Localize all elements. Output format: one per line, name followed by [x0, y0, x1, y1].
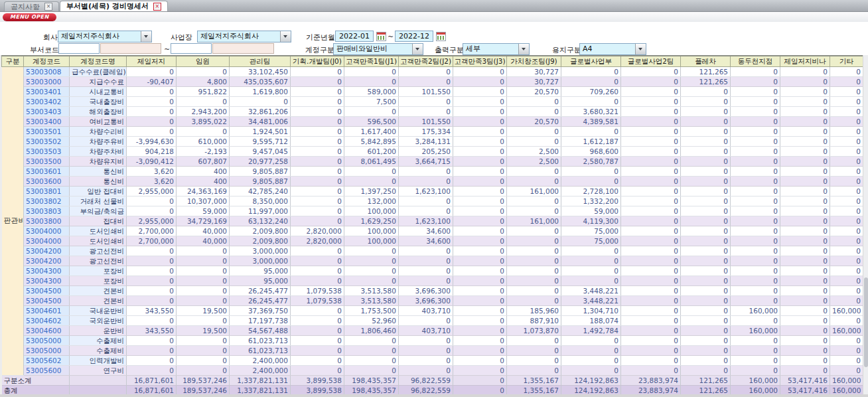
amount-cell[interactable]: 0: [830, 177, 863, 187]
amount-cell[interactable]: 0: [830, 366, 863, 376]
amount-cell[interactable]: 0: [177, 316, 230, 326]
amount-cell[interactable]: 1,492,784: [561, 326, 621, 336]
amount-cell[interactable]: 2,955,000: [127, 216, 177, 226]
amount-cell[interactable]: 20,570: [507, 87, 561, 97]
amount-cell[interactable]: 0: [681, 286, 731, 296]
amount-cell[interactable]: 40,000: [177, 236, 230, 246]
table-row[interactable]: 53005602인력개발비002,400,00000000000000: [2, 356, 863, 366]
amount-cell[interactable]: 0: [453, 326, 507, 336]
amount-cell[interactable]: 0: [780, 107, 830, 117]
account-name-cell[interactable]: 부의금/축의금: [70, 206, 127, 216]
amount-cell[interactable]: 0: [507, 97, 561, 107]
amount-cell[interactable]: 3,696,300: [399, 296, 453, 306]
amount-cell[interactable]: 0: [780, 316, 830, 326]
amount-cell[interactable]: 0: [681, 326, 731, 336]
amount-cell[interactable]: 0: [830, 206, 863, 216]
column-header[interactable]: 플레차: [681, 56, 731, 67]
amount-cell[interactable]: 0: [681, 117, 731, 127]
amount-cell[interactable]: 161,000: [507, 216, 561, 226]
chevron-down-icon[interactable]: [141, 31, 151, 42]
amount-cell[interactable]: 0: [830, 286, 863, 296]
amount-cell[interactable]: 0: [780, 266, 830, 276]
amount-cell[interactable]: 0: [681, 107, 731, 117]
account-code-cell[interactable]: 53004500: [24, 286, 70, 296]
amount-cell[interactable]: 0: [780, 177, 830, 187]
amount-cell[interactable]: 0: [681, 87, 731, 97]
amount-cell[interactable]: 0: [830, 97, 863, 107]
amount-cell[interactable]: 0: [291, 206, 344, 216]
table-row[interactable]: 53003803부의금/축의금059,00011,997,0000100,000…: [2, 206, 863, 216]
table-row[interactable]: 판관비53003008급수수료(클레임)0033,102,450000030,7…: [2, 67, 863, 77]
amount-cell[interactable]: 0: [344, 77, 399, 87]
amount-cell[interactable]: 0: [453, 216, 507, 226]
amount-cell[interactable]: 0: [291, 137, 344, 147]
account-code-cell[interactable]: 53003601: [24, 167, 70, 177]
amount-cell[interactable]: 3,448,221: [561, 286, 621, 296]
amount-cell[interactable]: 63,132,240: [230, 216, 291, 226]
account-name-cell[interactable]: 광고선전비: [70, 256, 127, 266]
amount-cell[interactable]: 0: [453, 206, 507, 216]
amount-cell[interactable]: 0: [561, 77, 621, 87]
amount-cell[interactable]: 0: [453, 246, 507, 256]
amount-cell[interactable]: 2,955,000: [127, 187, 177, 197]
account-name-cell[interactable]: 도서인쇄비: [70, 226, 127, 236]
amount-cell[interactable]: 10,307,000: [177, 197, 230, 206]
amount-cell[interactable]: 0: [681, 137, 731, 147]
close-icon[interactable]: ×: [153, 3, 161, 11]
amount-cell[interactable]: 0: [291, 266, 344, 276]
amount-cell[interactable]: 160,000: [830, 306, 863, 316]
amount-cell[interactable]: 0: [344, 167, 399, 177]
account-code-cell[interactable]: 53005602: [24, 356, 70, 366]
amount-cell[interactable]: 9,457,045: [230, 147, 291, 157]
amount-cell[interactable]: 0: [127, 286, 177, 296]
amount-cell[interactable]: 26,245,477: [230, 296, 291, 306]
amount-cell[interactable]: 904,218: [127, 147, 177, 157]
amount-cell[interactable]: 160,000: [830, 326, 863, 336]
amount-cell[interactable]: 3,895,022: [177, 117, 230, 127]
account-code-cell[interactable]: 53004000: [24, 236, 70, 246]
amount-cell[interactable]: 160,000: [731, 326, 780, 336]
amount-cell[interactable]: 0: [731, 67, 780, 77]
amount-cell[interactable]: 9,805,887: [230, 177, 291, 187]
chevron-down-icon[interactable]: [635, 44, 646, 54]
amount-cell[interactable]: 0: [830, 266, 863, 276]
table-row[interactable]: 53003600통신비3,6204009,805,88700000000000: [2, 177, 863, 187]
account-name-cell[interactable]: 여비교통비: [70, 117, 127, 127]
account-code-cell[interactable]: 53005600: [24, 366, 70, 376]
account-name-cell[interactable]: 국내출장비: [70, 97, 127, 107]
amount-cell[interactable]: 2,400,000: [230, 356, 291, 366]
amount-cell[interactable]: 5,842,895: [344, 137, 399, 147]
amount-cell[interactable]: 0: [561, 366, 621, 376]
amount-cell[interactable]: 0: [780, 167, 830, 177]
amount-cell[interactable]: 0: [731, 236, 780, 246]
account-code-cell[interactable]: 53005000: [24, 346, 70, 356]
amount-cell[interactable]: 0: [507, 336, 561, 346]
amount-cell[interactable]: 1,629,250: [344, 216, 399, 226]
amount-cell[interactable]: 161,000: [507, 187, 561, 197]
amount-cell[interactable]: 0: [681, 346, 731, 356]
chevron-down-icon[interactable]: [518, 44, 529, 54]
account-code-cell[interactable]: 53003000: [24, 77, 70, 87]
amount-cell[interactable]: 0: [127, 117, 177, 127]
amount-cell[interactable]: 0: [621, 87, 681, 97]
amount-cell[interactable]: 0: [780, 127, 830, 137]
amount-cell[interactable]: 343,550: [127, 326, 177, 336]
amount-cell[interactable]: 0: [731, 206, 780, 216]
amount-cell[interactable]: 0: [681, 366, 731, 376]
amount-cell[interactable]: 75,000: [561, 226, 621, 236]
amount-cell[interactable]: 0: [621, 266, 681, 276]
amount-cell[interactable]: -2,193: [177, 147, 230, 157]
amount-cell[interactable]: 0: [780, 216, 830, 226]
amount-cell[interactable]: 3,696,300: [399, 286, 453, 296]
amount-cell[interactable]: 435,035,607: [230, 77, 291, 87]
amount-cell[interactable]: 0: [177, 366, 230, 376]
amount-cell[interactable]: 0: [291, 87, 344, 97]
amount-cell[interactable]: 343,550: [127, 306, 177, 316]
table-row[interactable]: 53004300포장비0095,00000000000000: [2, 276, 863, 286]
amount-cell[interactable]: 403,710: [399, 306, 453, 316]
amount-cell[interactable]: 1,073,870: [507, 326, 561, 336]
account-name-cell[interactable]: 인력개발비: [70, 356, 127, 366]
amount-cell[interactable]: 0: [344, 67, 399, 77]
account-type-select[interactable]: 판매비와일반비: [333, 43, 423, 55]
amount-cell[interactable]: 0: [453, 97, 507, 107]
